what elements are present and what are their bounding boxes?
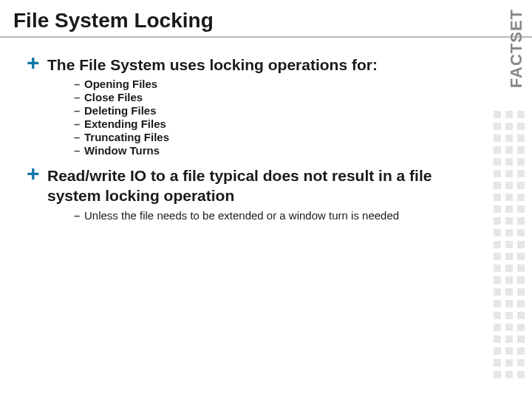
dot-icon xyxy=(494,205,501,213)
dot-icon xyxy=(494,241,501,248)
sub-text: Deleting Files xyxy=(84,104,157,117)
bullet-1: + The File System uses locking operation… xyxy=(27,52,470,75)
sub-text: Opening Files xyxy=(84,78,157,90)
dot-icon xyxy=(517,194,525,201)
dot-icon xyxy=(517,170,525,177)
dot-icon xyxy=(505,194,513,201)
dot-icon xyxy=(505,371,513,378)
dash-icon: – xyxy=(74,117,84,130)
dot-icon xyxy=(505,146,513,154)
dot-icon xyxy=(517,276,525,284)
title-underline xyxy=(0,36,532,38)
dot-icon xyxy=(517,134,525,142)
dot-icon xyxy=(494,182,501,189)
dot-icon xyxy=(517,312,525,319)
dot-icon xyxy=(494,146,501,154)
dot-icon xyxy=(505,300,513,307)
dot-icon xyxy=(494,229,501,236)
dot-icon xyxy=(494,194,501,201)
dot-icon xyxy=(517,111,525,118)
dash-icon: – xyxy=(74,131,84,143)
dot-icon xyxy=(517,300,525,307)
bullet-2: + Read/write IO to a file typical does n… xyxy=(27,163,470,205)
dot-icon xyxy=(505,335,513,343)
bullet-1-text: The File System uses locking operations … xyxy=(47,55,378,75)
dot-icon xyxy=(517,229,525,236)
list-item: –Opening Files xyxy=(74,78,470,90)
dot-icon xyxy=(505,229,513,236)
dot-icon xyxy=(494,312,501,319)
dot-icon xyxy=(494,347,501,355)
dot-icon xyxy=(505,170,513,177)
list-item: –Unless the file needs to be extended or… xyxy=(74,208,470,223)
dot-icon xyxy=(494,265,501,272)
dot-icon xyxy=(494,111,501,118)
dash-icon: – xyxy=(74,78,84,90)
list-item: –Deleting Files xyxy=(74,104,470,117)
dot-icon xyxy=(505,253,513,260)
dot-icon xyxy=(505,158,513,166)
list-item: –Extending Files xyxy=(74,117,470,130)
bullet-1-subs: –Opening Files –Close Files –Deleting Fi… xyxy=(74,78,470,157)
dot-icon xyxy=(494,276,501,284)
dot-icon xyxy=(494,253,501,260)
sub-text: Window Turns xyxy=(84,144,160,157)
dot-icon xyxy=(505,288,513,296)
dot-icon xyxy=(494,123,501,130)
dot-icon xyxy=(505,324,513,331)
dash-icon: – xyxy=(74,209,84,222)
bullet-2-text: Read/write IO to a file typical does not… xyxy=(47,166,470,205)
dot-icon xyxy=(494,300,501,307)
slide: File System Locking FACTSET + The File S… xyxy=(0,0,532,399)
page-title: File System Locking xyxy=(13,9,214,33)
dot-icon xyxy=(505,347,513,355)
dot-icon xyxy=(517,217,525,225)
dot-icon xyxy=(517,253,525,260)
dot-icon xyxy=(517,347,525,355)
dot-icon xyxy=(517,288,525,296)
dot-icon xyxy=(505,111,513,118)
sub-text: Extending Files xyxy=(84,117,166,130)
dot-icon xyxy=(517,158,525,166)
sub-text: Unless the file needs to be extended or … xyxy=(84,208,399,223)
dash-icon: – xyxy=(74,144,84,157)
bullet-2-subs: –Unless the file needs to be extended or… xyxy=(74,208,470,223)
dot-icon xyxy=(517,335,525,343)
brand-logo: FACTSET xyxy=(507,9,526,88)
dot-icon xyxy=(505,241,513,248)
dot-icon xyxy=(505,276,513,284)
plus-icon: + xyxy=(27,163,47,185)
dot-icon xyxy=(505,205,513,213)
list-item: –Window Turns xyxy=(74,144,470,157)
list-item: –Truncating Files xyxy=(74,131,470,143)
dot-icon xyxy=(505,134,513,142)
dot-icon xyxy=(494,371,501,378)
dash-icon: – xyxy=(74,91,84,103)
dot-icon xyxy=(494,288,501,296)
dot-icon xyxy=(494,170,501,177)
dot-icon xyxy=(505,182,513,189)
dot-icon xyxy=(517,146,525,154)
dot-icon xyxy=(505,123,513,130)
dot-icon xyxy=(494,158,501,166)
dot-icon xyxy=(517,359,525,366)
dot-icon xyxy=(517,205,525,213)
dot-icon xyxy=(517,371,525,378)
dot-icon xyxy=(494,134,501,142)
dash-icon: – xyxy=(74,104,84,117)
dot-icon xyxy=(517,123,525,130)
list-item: –Close Files xyxy=(74,91,470,103)
dot-icon xyxy=(517,241,525,248)
sub-text: Close Files xyxy=(84,91,143,103)
dot-icon xyxy=(494,324,501,331)
decorative-dots xyxy=(494,111,525,378)
dot-icon xyxy=(505,312,513,319)
dot-icon xyxy=(517,324,525,331)
plus-icon: + xyxy=(27,52,47,74)
dot-icon xyxy=(517,182,525,189)
dot-icon xyxy=(505,217,513,225)
sub-text: Truncating Files xyxy=(84,131,169,143)
content-area: + The File System uses locking operation… xyxy=(27,46,470,227)
dot-icon xyxy=(494,335,501,343)
dot-icon xyxy=(494,217,501,225)
